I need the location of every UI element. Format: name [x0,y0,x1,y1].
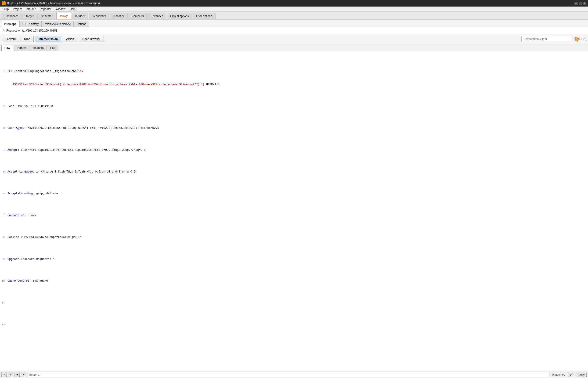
line-num-1b [0,82,7,83]
tab-project-options[interactable]: Project options [167,13,192,19]
subtab-http-history[interactable]: HTTP history [19,21,42,27]
title-bar-controls[interactable]: ─ □ ✕ [575,2,586,5]
burp-icon [2,1,6,5]
line-content-11 [7,301,588,305]
tab-comparer[interactable]: Comparer [128,13,147,19]
line-num-12: 12 [0,323,7,327]
drop-button[interactable]: Drop [21,36,34,42]
line-num-11: 11 [0,301,7,305]
line-content-4: Accept: text/html,application/xhtml+xml,… [7,148,588,152]
line-content-6: Accept-Encoding: gzip, deflate [7,191,588,196]
forward-nav-button[interactable]: ▶ [21,372,26,377]
request-info-text: Request to http://192.168.159.150:49153 [6,29,57,32]
menu-item-burp[interactable]: Burp [1,7,11,11]
content-tab-headers[interactable]: Headers [30,45,47,51]
line-content-7: Connection: close [7,214,588,218]
tab-intruder[interactable]: Intruder [72,13,88,19]
close-button[interactable]: ✕ [583,2,586,5]
tab-repeater[interactable]: Repeater [37,13,56,19]
code-line-1: 1 GET /control/sqlinject/bool_injection.… [0,69,588,74]
code-line-1b: 1%27%20and%20(select%20count(table_name)… [0,82,588,87]
code-line-3: 3 User-Agent: Mozilla/5.0 (Windows NT 10… [0,126,588,130]
line-num-9: 9 [0,257,7,261]
line-content-8: Cookie: PHPSESSID=lvb7ac8q0pnftn5o159kjr… [7,235,588,240]
color-tag-icon[interactable]: 🎨 [574,36,580,42]
code-line-11: 11 [0,301,588,305]
line-num-8: 8 [0,235,7,239]
content-tab-bar: Raw Params Headers Hex [0,44,588,51]
code-line-12: 12 [0,323,588,327]
code-area[interactable]: 1 GET /control/sqlinject/bool_injection.… [0,51,588,371]
back-button[interactable]: ◀ [14,372,20,377]
code-line-7: 7 Connection: close [0,214,588,218]
help-icon[interactable]: ? [581,37,586,41]
line-content-2: Host: 192.168.159.150:49153 [7,104,588,109]
tab-target[interactable]: Target [22,13,37,19]
line-content-1b: 1%27%20and%20(select%20count(table_name)… [7,82,588,87]
help-bottom-icon[interactable]: ? [1,372,7,377]
maximize-button[interactable]: □ [579,2,582,5]
code-content: 1 GET /control/sqlinject/bool_injection.… [0,51,588,341]
tab-decoder[interactable]: Decoder [110,13,127,19]
intercept-button[interactable]: Intercept is on [35,36,61,42]
main-tab-bar: Dashboard Target Repeater Proxy Intruder… [0,12,588,20]
code-line-10: 10 Cache-Control: max-age=0 [0,279,588,283]
menu-item-repeater[interactable]: Repeater [38,7,53,11]
line-content-10: Cache-Control: max-age=0 [7,279,588,283]
code-line-6: 6 Accept-Encoding: gzip, deflate [0,191,588,196]
tab-extender[interactable]: Extender [148,13,166,19]
open-browser-button[interactable]: Open Browser [79,36,104,42]
minimize-button[interactable]: ─ [575,2,578,5]
newline-button[interactable]: \n [568,372,574,377]
title-bar-title: Burp Suite Professional v2020.8 - Tempor… [7,2,100,5]
code-line-4: 4 Accept: text/html,application/xhtml+xm… [0,148,588,152]
title-bar-left: Burp Suite Professional v2020.8 - Tempor… [2,1,100,5]
menu-item-help[interactable]: Help [68,7,77,11]
tab-dashboard[interactable]: Dashboard [1,13,22,19]
line-num-5: 5 [0,170,7,174]
line-num-6: 6 [0,191,7,196]
line-content-12 [7,323,588,327]
pencil-icon: ✎ [2,29,5,32]
subtab-options[interactable]: Options [73,21,89,27]
line-content-1: GET /control/sqlinject/bool_injection.ph… [7,69,588,74]
code-line-8: 8 Cookie: PHPSESSID=lvb7ac8q0pnftn5o159k… [0,235,588,240]
line-content-3: User-Agent: Mozilla/5.0 (Windows NT 10.0… [7,126,588,130]
code-line-5: 5 Accept-Language: zh-CN,zh;q=0.8,zh-TW;… [0,170,588,174]
subtab-websockets-history[interactable]: WebSockets history [42,21,73,27]
title-bar: Burp Suite Professional v2020.8 - Tempor… [0,0,588,7]
line-num-3: 3 [0,126,7,130]
tab-user-options[interactable]: User options [193,13,215,19]
tab-proxy[interactable]: Proxy [56,13,71,19]
line-num-10: 10 [0,279,7,283]
menu-item-window[interactable]: Window [53,7,67,11]
menu-item-project[interactable]: Project [11,7,23,11]
menu-bar: Burp Project Intruder Repeater Window He… [0,7,588,12]
subtab-intercept[interactable]: Intercept [1,21,19,27]
forward-button[interactable]: Forward [2,36,19,42]
action-bar: Forward Drop Intercept is on Action Open… [0,34,588,44]
content-tab-hex[interactable]: Hex [47,45,58,51]
settings-bottom-icon[interactable]: ⚙ [8,372,13,377]
line-num-1: 1 [0,69,7,73]
line-num-7: 7 [0,214,7,218]
content-tab-params[interactable]: Params [14,45,29,51]
comment-input[interactable] [521,36,573,42]
action-button[interactable]: Action [63,36,77,42]
match-count: 0 matches [551,373,566,376]
menu-item-intruder[interactable]: Intruder [24,7,37,11]
content-tab-raw[interactable]: Raw [1,45,13,51]
line-content-9: Upgrade-Insecure-Requests: 1 [7,257,588,262]
line-num-2: 2 [0,104,7,108]
code-line-2: 2 Host: 192.168.159.150:49153 [0,104,588,109]
search-input[interactable] [27,372,549,377]
tab-sequencer[interactable]: Sequencer [89,13,109,19]
request-info-bar: ✎ Request to http://192.168.159.150:4915… [0,27,588,34]
pretty-button[interactable]: Pretty [576,372,587,377]
sub-tab-bar: Intercept HTTP history WebSockets histor… [0,20,588,27]
line-num-4: 4 [0,148,7,152]
line-content-5: Accept-Language: zh-CN,zh;q=0.8,zh-TW;q=… [7,170,588,174]
bottom-bar: ? ⚙ ◀ ▶ 0 matches \n Pretty [0,371,588,378]
code-line-9: 9 Upgrade-Insecure-Requests: 1 [0,257,588,262]
